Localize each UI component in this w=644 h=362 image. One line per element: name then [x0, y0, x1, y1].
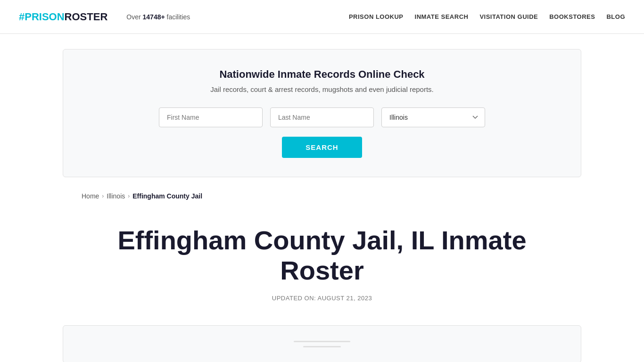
logo-prison-text: PRISON [25, 11, 64, 23]
bottom-card-inner [294, 341, 350, 347]
nav-inmate-search[interactable]: INMATE SEARCH [415, 13, 469, 20]
breadcrumb: Home › Illinois › Effingham County Jail [63, 192, 581, 200]
breadcrumb-chevron-2: › [128, 193, 130, 199]
facilities-prefix: Over [126, 13, 142, 21]
nav-blog[interactable]: BLOG [606, 13, 625, 20]
breadcrumb-current: Effingham County Jail [132, 192, 202, 200]
nav-bookstores[interactable]: BOOKSTORES [549, 13, 595, 20]
breadcrumb-home[interactable]: Home [82, 192, 99, 200]
stub-line-2 [303, 346, 341, 347]
updated-text: UPDATED ON: AUGUST 21, 2023 [82, 295, 562, 302]
search-section: Nationwide Inmate Records Online Check J… [63, 49, 581, 177]
facilities-count: 14748+ [143, 13, 165, 21]
first-name-input[interactable] [159, 107, 263, 127]
nav-prison-lookup[interactable]: PRISON LOOKUP [349, 13, 404, 20]
main-nav: PRISON LOOKUP INMATE SEARCH VISITATION G… [349, 13, 625, 20]
nav-visitation-guide[interactable]: VISITATION GUIDE [479, 13, 538, 20]
search-section-title: Nationwide Inmate Records Online Check [91, 68, 553, 81]
facilities-text: Over 14748+ facilities [126, 13, 190, 21]
page-title-section: Effingham County Jail, IL Inmate Roster … [63, 211, 581, 311]
breadcrumb-illinois[interactable]: Illinois [107, 192, 125, 200]
last-name-input[interactable] [270, 107, 374, 127]
site-header: #PRISONROSTER Over 14748+ facilities PRI… [0, 0, 644, 34]
logo-roster-text: ROSTER [65, 11, 108, 23]
logo-hash: # [19, 11, 25, 23]
breadcrumb-chevron-1: › [102, 193, 104, 199]
facilities-suffix: facilities [165, 13, 190, 21]
search-section-subtitle: Jail records, court & arrest records, mu… [91, 85, 553, 93]
stub-line-1 [294, 341, 350, 342]
page-title: Effingham County Jail, IL Inmate Roster [82, 225, 562, 286]
search-btn-row: SEARCH [91, 137, 553, 158]
state-select[interactable]: Illinois Alabama Alaska Arizona Arkansas… [381, 107, 485, 127]
search-form: Illinois Alabama Alaska Arizona Arkansas… [91, 107, 553, 127]
search-button[interactable]: SEARCH [282, 137, 362, 158]
bottom-card [63, 325, 581, 362]
site-logo[interactable]: #PRISONROSTER [19, 11, 107, 23]
